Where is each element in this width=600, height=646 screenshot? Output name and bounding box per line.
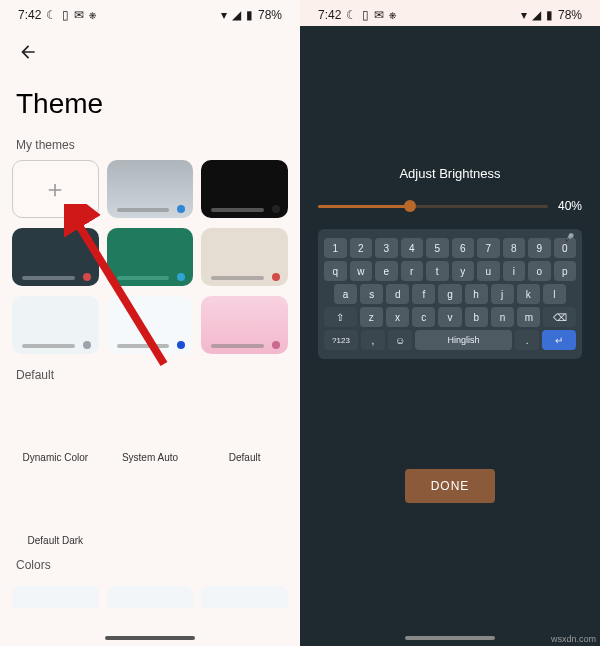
location-icon: ⎈	[89, 8, 96, 22]
my-theme-tile[interactable]	[201, 160, 288, 218]
back-button[interactable]	[16, 40, 40, 64]
my-theme-tile[interactable]	[107, 160, 194, 218]
key[interactable]: b	[465, 307, 488, 327]
my-themes-grid: ＋	[0, 160, 300, 354]
key[interactable]: f	[412, 284, 435, 304]
page-title: Theme	[0, 68, 300, 134]
shift-key[interactable]: ⇧	[324, 307, 357, 327]
adjust-brightness-label: Adjust Brightness	[399, 166, 500, 181]
color-tile[interactable]	[107, 586, 194, 608]
key[interactable]: j	[491, 284, 514, 304]
my-theme-tile[interactable]	[107, 296, 194, 354]
keyboard-preview: 🎤 1 2 3 4 5 6 7 8 9 0 q w e r t y u	[318, 229, 582, 359]
watermark: wsxdn.com	[551, 634, 596, 644]
key[interactable]: z	[360, 307, 383, 327]
backspace-key[interactable]: ⌫	[543, 307, 576, 327]
key[interactable]: e	[375, 261, 398, 281]
wifi-icon: ▾	[521, 8, 527, 22]
emoji-key[interactable]: ☺	[388, 330, 412, 350]
key[interactable]: 9	[528, 238, 551, 258]
done-button[interactable]: DONE	[405, 469, 496, 503]
battery-icon: ▮	[246, 8, 253, 22]
key[interactable]: x	[386, 307, 409, 327]
tile-label: Default	[229, 452, 261, 463]
mail-icon: ✉	[374, 8, 384, 22]
key[interactable]: c	[412, 307, 435, 327]
key[interactable]: w	[350, 261, 373, 281]
mic-icon: 🎤	[562, 233, 574, 244]
key[interactable]: 4	[401, 238, 424, 258]
battery-saver-icon: ▯	[362, 8, 369, 22]
my-theme-tile[interactable]	[201, 228, 288, 286]
my-theme-tile[interactable]	[12, 228, 99, 286]
brightness-slider[interactable]	[318, 205, 548, 208]
key[interactable]: q	[324, 261, 347, 281]
key[interactable]: u	[477, 261, 500, 281]
tile-label: System Auto	[122, 452, 178, 463]
key[interactable]: g	[438, 284, 461, 304]
key[interactable]: y	[452, 261, 475, 281]
tile-label: Dynamic Color	[23, 452, 89, 463]
section-default: Default	[0, 364, 300, 390]
key[interactable]: n	[491, 307, 514, 327]
location-icon: ⎈	[389, 8, 396, 22]
plus-icon: ＋	[43, 173, 67, 205]
section-my-themes: My themes	[0, 134, 300, 160]
key[interactable]: 3	[375, 238, 398, 258]
space-key[interactable]: Hinglish	[415, 330, 512, 350]
battery-percent: 78%	[558, 8, 582, 22]
signal-icon: ◢	[532, 8, 541, 22]
status-time: 7:42	[18, 8, 41, 22]
my-theme-tile[interactable]	[12, 296, 99, 354]
nav-bar[interactable]	[405, 636, 495, 640]
wifi-icon: ▾	[221, 8, 227, 22]
battery-saver-icon: ▯	[62, 8, 69, 22]
default-themes-grid: ✓ Dynamic Color System Auto Default Defa…	[0, 390, 300, 546]
key[interactable]: a	[334, 284, 357, 304]
slider-thumb[interactable]	[404, 200, 416, 212]
enter-key[interactable]: ↵	[542, 330, 576, 350]
nav-bar[interactable]	[105, 636, 195, 640]
theme-settings-screen: 7:42 ☾ ▯ ✉ ⎈ ▾ ◢ ▮ 78% Theme My themes ＋	[0, 0, 300, 646]
battery-percent: 78%	[258, 8, 282, 22]
key[interactable]: 7	[477, 238, 500, 258]
key[interactable]: 6	[452, 238, 475, 258]
key[interactable]: h	[465, 284, 488, 304]
add-theme-tile[interactable]: ＋	[12, 160, 99, 218]
key[interactable]: 8	[503, 238, 526, 258]
color-tile[interactable]	[201, 586, 288, 608]
key[interactable]: o	[528, 261, 551, 281]
brightness-value: 40%	[558, 199, 582, 213]
key[interactable]: p	[554, 261, 577, 281]
moon-icon: ☾	[346, 8, 357, 22]
status-time: 7:42	[318, 8, 341, 22]
signal-icon: ◢	[232, 8, 241, 22]
kb-number-row: 1 2 3 4 5 6 7 8 9 0	[324, 238, 576, 258]
my-theme-tile[interactable]	[201, 296, 288, 354]
moon-icon: ☾	[46, 8, 57, 22]
symbols-key[interactable]: ?123	[324, 330, 358, 350]
key[interactable]: r	[401, 261, 424, 281]
key[interactable]: 5	[426, 238, 449, 258]
mail-icon: ✉	[74, 8, 84, 22]
brightness-screen: 7:42 ☾ ▯ ✉ ⎈ ▾ ◢ ▮ 78% Adjust Brightness…	[300, 0, 600, 646]
status-bar: 7:42 ☾ ▯ ✉ ⎈ ▾ ◢ ▮ 78%	[0, 0, 300, 26]
key[interactable]: s	[360, 284, 383, 304]
period-key[interactable]: .	[515, 330, 539, 350]
key[interactable]: 2	[350, 238, 373, 258]
battery-icon: ▮	[546, 8, 553, 22]
color-tile[interactable]	[12, 586, 99, 608]
key[interactable]: d	[386, 284, 409, 304]
comma-key[interactable]: ,	[361, 330, 385, 350]
key[interactable]: k	[517, 284, 540, 304]
tile-label: Default Dark	[28, 535, 84, 546]
key[interactable]: l	[543, 284, 566, 304]
status-bar: 7:42 ☾ ▯ ✉ ⎈ ▾ ◢ ▮ 78%	[300, 0, 600, 26]
key[interactable]: m	[517, 307, 540, 327]
key[interactable]: v	[438, 307, 461, 327]
key[interactable]: 1	[324, 238, 347, 258]
key[interactable]: i	[503, 261, 526, 281]
key[interactable]: t	[426, 261, 449, 281]
section-colors: Colors	[0, 554, 300, 580]
my-theme-tile[interactable]	[107, 228, 194, 286]
